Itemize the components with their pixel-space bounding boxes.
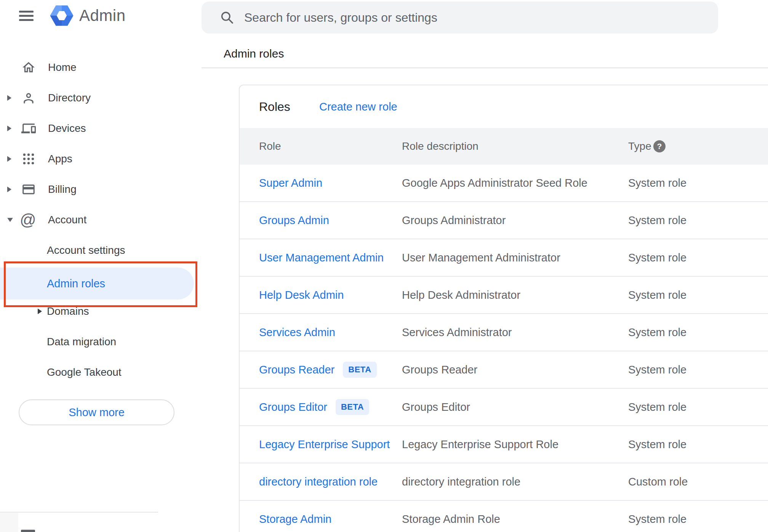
table-row: User Management Admin User Management Ad… — [240, 239, 768, 277]
role-link[interactable]: User Management Admin — [259, 252, 384, 264]
sidebar-item-devices[interactable]: Devices — [0, 113, 158, 144]
sidebar-item-label: Directory — [48, 92, 91, 104]
sidebar: Admin Home Directory Devices — [0, 0, 198, 532]
credit-card-icon — [21, 182, 36, 197]
show-more-button[interactable]: Show more — [19, 399, 174, 425]
role-description-cell: Groups Reader — [402, 364, 477, 376]
role-description-cell: Help Desk Administrator — [402, 289, 520, 301]
beta-badge: BETA — [343, 362, 376, 378]
apps-grid-icon — [21, 152, 36, 166]
table-row: Groups Admin Groups Administrator System… — [240, 202, 768, 239]
sidebar-item-apps[interactable]: Apps — [0, 144, 158, 174]
role-description-cell: Storage Admin Role — [402, 513, 500, 526]
role-cell: User Management Admin — [259, 252, 384, 264]
table-row: Services Admin Services Administrator Sy… — [240, 314, 768, 351]
role-link[interactable]: Groups Reader — [259, 364, 334, 376]
at-sign-icon: @ — [20, 211, 36, 229]
roles-panel-header: Roles Create new role — [240, 85, 768, 128]
help-icon[interactable]: ? — [653, 140, 666, 152]
role-link[interactable]: Super Admin — [259, 177, 322, 189]
role-cell: Groups Reader BETA — [259, 362, 377, 378]
column-header-description: Role description — [402, 140, 478, 152]
role-link[interactable]: Help Desk Admin — [259, 289, 344, 301]
role-description-cell: directory integration role — [402, 476, 520, 488]
chevron-right-icon — [38, 309, 42, 314]
panel-title: Roles — [259, 100, 290, 114]
role-type-cell: System role — [628, 326, 686, 339]
beta-badge: BETA — [336, 399, 369, 415]
chevron-right-icon — [7, 95, 11, 101]
sidebar-item-account-settings[interactable]: Account settings — [0, 238, 158, 263]
role-link[interactable]: Legacy Enterprise Support — [259, 438, 390, 451]
sidebar-item-admin-roles[interactable]: Admin roles — [0, 268, 194, 300]
role-link[interactable]: Groups Editor — [259, 401, 327, 413]
table-row: Legacy Enterprise Support Legacy Enterpr… — [240, 426, 768, 463]
sidebar-item-google-takeout[interactable]: Google Takeout — [0, 360, 158, 385]
table-row: Help Desk Admin Help Desk Administrator … — [240, 277, 768, 314]
role-link[interactable]: directory integration role — [259, 476, 378, 488]
search-bar[interactable] — [202, 2, 718, 34]
sidebar-item-domains[interactable]: Domains — [0, 299, 158, 324]
show-more-label: Show more — [69, 406, 125, 419]
role-type-cell: System role — [628, 438, 686, 451]
role-cell: Storage Admin — [259, 513, 331, 526]
table-row: Groups Editor BETA Groups Editor System … — [240, 389, 768, 426]
role-type-cell: System role — [628, 364, 686, 376]
role-type-cell: System role — [628, 401, 686, 413]
role-cell: Legacy Enterprise Support — [259, 438, 390, 451]
table-row: Super Admin Google Apps Administrator Se… — [240, 165, 768, 202]
sidebar-item-label: Home — [48, 61, 77, 74]
role-link[interactable]: Storage Admin — [259, 513, 331, 526]
sidebar-item-label: Data migration — [47, 336, 116, 348]
admin-logo: Admin — [49, 2, 126, 29]
sidebar-item-label: Domains — [47, 305, 89, 317]
column-header-type: Type — [628, 140, 651, 152]
table-header-row: Role Role description Type ? — [240, 128, 768, 165]
sidebar-item-label: Billing — [48, 183, 77, 195]
sidebar-item-label: Devices — [48, 122, 86, 135]
chevron-right-icon — [7, 156, 11, 162]
sidebar-item-label: Apps — [48, 153, 72, 165]
search-icon — [220, 10, 234, 25]
table-row: Storage Admin Storage Admin Role System … — [240, 501, 768, 532]
sidebar-item-billing[interactable]: Billing — [0, 174, 158, 205]
role-description-cell: Groups Administrator — [402, 214, 506, 227]
admin-hexagon-icon — [49, 3, 75, 28]
search-input[interactable] — [244, 2, 701, 34]
devices-icon — [21, 121, 36, 136]
role-type-cell: System role — [628, 214, 686, 227]
app-title: Admin — [79, 6, 126, 25]
role-type-cell: System role — [628, 252, 686, 264]
home-icon — [21, 60, 36, 75]
person-icon — [21, 91, 36, 105]
role-link[interactable]: Groups Admin — [259, 214, 329, 227]
role-description-cell: Legacy Enterprise Support Role — [402, 438, 558, 451]
sidebar-item-account[interactable]: @ Account — [0, 205, 158, 235]
chevron-right-icon — [7, 126, 11, 131]
role-link[interactable]: Services Admin — [259, 326, 335, 339]
role-cell: directory integration role — [259, 476, 378, 488]
header-divider — [202, 67, 768, 68]
role-cell: Super Admin — [259, 177, 322, 189]
sidebar-item-label: Account — [48, 214, 86, 226]
role-cell: Groups Editor BETA — [259, 399, 369, 415]
role-cell: Groups Admin — [259, 214, 329, 227]
role-cell: Help Desk Admin — [259, 289, 344, 301]
role-type-cell: System role — [628, 513, 686, 526]
breadcrumb: Admin roles — [224, 47, 284, 60]
sidebar-item-home[interactable]: Home — [0, 52, 158, 83]
chevron-right-icon — [7, 187, 11, 192]
table-row: Groups Reader BETA Groups Reader System … — [240, 351, 768, 389]
role-description-cell: Services Administrator — [402, 326, 512, 339]
sidebar-item-label: Account settings — [47, 244, 125, 256]
role-description-cell: User Management Administrator — [402, 252, 560, 264]
partial-icon — [21, 530, 35, 532]
create-new-role-link[interactable]: Create new role — [319, 101, 397, 113]
roles-table-body: Super Admin Google Apps Administrator Se… — [240, 165, 768, 532]
sidebar-item-data-migration[interactable]: Data migration — [0, 329, 158, 354]
hamburger-menu-icon[interactable] — [19, 10, 34, 22]
chevron-down-icon — [7, 218, 13, 222]
role-type-cell: System role — [628, 289, 686, 301]
role-cell: Services Admin — [259, 326, 335, 339]
sidebar-item-directory[interactable]: Directory — [0, 83, 158, 113]
